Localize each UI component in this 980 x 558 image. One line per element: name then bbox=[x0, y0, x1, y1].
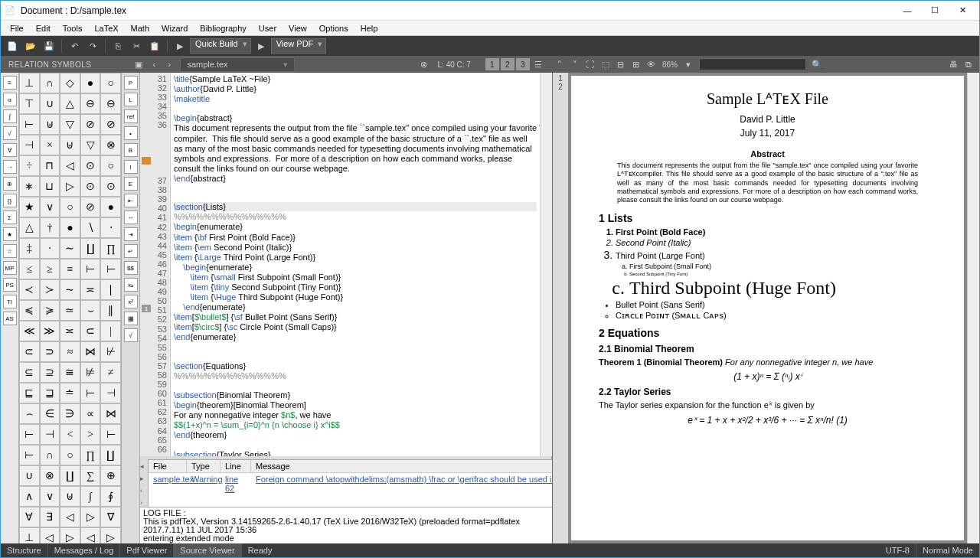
open-button[interactable]: 📂 bbox=[22, 38, 39, 54]
symbol-47[interactable]: ≡ bbox=[60, 259, 80, 279]
menu-file[interactable]: File bbox=[4, 22, 30, 34]
symbol-4[interactable]: ○ bbox=[100, 73, 121, 93]
run-build-button[interactable]: ▶ bbox=[172, 38, 188, 54]
fit-width-icon[interactable]: ⬚ bbox=[598, 57, 613, 71]
cat-btn-7[interactable]: ⊕ bbox=[3, 177, 17, 191]
symbol-91[interactable]: ∩ bbox=[40, 445, 60, 465]
symbol-54[interactable]: ∣ bbox=[100, 279, 121, 300]
cat-btn-1[interactable]: ≡ bbox=[3, 76, 17, 90]
eye-icon[interactable]: 👁 bbox=[644, 57, 659, 71]
symbol-15[interactable]: ⊣ bbox=[19, 135, 40, 155]
quick-frac[interactable]: ▦ bbox=[124, 312, 138, 325]
symbol-112[interactable]: ▷ bbox=[60, 527, 80, 543]
search-icon[interactable]: 🔍 bbox=[809, 57, 825, 71]
zoom-dropdown-icon[interactable]: ▾ bbox=[681, 57, 696, 71]
menu-edit[interactable]: Edit bbox=[30, 22, 57, 34]
quick-sqrt[interactable]: √ bbox=[124, 328, 138, 342]
zoom-in-icon[interactable]: ⊞ bbox=[629, 57, 644, 71]
page-1-button[interactable]: 1 bbox=[485, 58, 499, 70]
symbol-103[interactable]: ∫ bbox=[80, 486, 101, 507]
symbol-67[interactable]: ≈ bbox=[60, 341, 80, 362]
cat-btn-15[interactable]: AS bbox=[3, 312, 17, 325]
toc-icon[interactable]: ☰ bbox=[531, 57, 546, 71]
pdf-down-icon[interactable]: ˅ bbox=[567, 57, 583, 71]
symbol-113[interactable]: ◁ bbox=[80, 527, 101, 543]
msg-next-icon[interactable]: › bbox=[140, 499, 148, 507]
symbol-44[interactable]: ∏ bbox=[100, 238, 121, 259]
symbol-56[interactable]: ≽ bbox=[40, 300, 60, 321]
quick-item[interactable]: • bbox=[124, 126, 138, 140]
symbol-27[interactable]: ▷ bbox=[60, 176, 80, 197]
symbol-81[interactable]: ∈ bbox=[40, 403, 60, 424]
col-file[interactable]: File bbox=[149, 460, 187, 472]
msg-collapse-icon[interactable]: ▸ bbox=[140, 475, 148, 482]
symbol-109[interactable]: ∇ bbox=[100, 507, 121, 527]
new-button[interactable]: 📄 bbox=[4, 38, 21, 54]
symbol-102[interactable]: ⊎ bbox=[60, 486, 80, 507]
status-messages[interactable]: Messages / Log bbox=[48, 543, 121, 557]
print-icon[interactable]: 🖶 bbox=[946, 57, 961, 71]
symbol-17[interactable]: ⊎ bbox=[60, 135, 80, 155]
symbol-11[interactable]: ⊎ bbox=[40, 114, 60, 135]
quick-label[interactable]: L bbox=[124, 93, 138, 106]
view-combo[interactable]: View PDF bbox=[271, 38, 327, 54]
symbol-8[interactable]: ⊖ bbox=[80, 93, 101, 114]
editor-scrollbar[interactable] bbox=[540, 73, 552, 456]
symbol-73[interactable]: ⊭ bbox=[80, 362, 101, 383]
msg-prev-icon[interactable]: ‹ bbox=[140, 487, 148, 494]
menu-options[interactable]: Options bbox=[313, 22, 354, 34]
symbol-18[interactable]: ▽ bbox=[80, 135, 101, 155]
symbol-9[interactable]: ⊖ bbox=[100, 93, 121, 114]
symbol-3[interactable]: ● bbox=[80, 73, 101, 93]
symbol-20[interactable]: ÷ bbox=[19, 155, 40, 176]
menu-tools[interactable]: Tools bbox=[57, 22, 89, 34]
pdf-scrollbar[interactable] bbox=[967, 73, 979, 543]
symbol-39[interactable]: ⋅ bbox=[100, 217, 121, 238]
symbol-61[interactable]: ≫ bbox=[40, 321, 60, 341]
status-pdfviewer[interactable]: Pdf Viewer bbox=[120, 543, 174, 557]
symbol-107[interactable]: ◁ bbox=[60, 507, 80, 527]
symbol-35[interactable]: △ bbox=[19, 217, 40, 238]
symbol-57[interactable]: ≃ bbox=[60, 300, 80, 321]
symbol-62[interactable]: ≍ bbox=[60, 321, 80, 341]
symbol-24[interactable]: ○ bbox=[100, 155, 121, 176]
menu-latex[interactable]: LaTeX bbox=[88, 22, 124, 34]
msg-expand-icon[interactable]: ◂ bbox=[140, 462, 148, 470]
symbol-34[interactable]: ● bbox=[100, 197, 121, 217]
col-line[interactable]: Line bbox=[220, 460, 251, 472]
symbol-96[interactable]: ⊗ bbox=[40, 465, 60, 486]
symbol-21[interactable]: ⊓ bbox=[40, 155, 60, 176]
symbol-114[interactable]: ▷ bbox=[100, 527, 121, 543]
symbol-45[interactable]: ≤ bbox=[19, 259, 40, 279]
quick-sup[interactable]: x² bbox=[124, 295, 138, 308]
symbol-101[interactable]: ∨ bbox=[40, 486, 60, 507]
symbol-85[interactable]: ⊢ bbox=[19, 424, 40, 445]
undo-button[interactable]: ↶ bbox=[66, 38, 83, 54]
symbol-38[interactable]: ∖ bbox=[80, 217, 101, 238]
quick-ref[interactable]: ref bbox=[124, 109, 138, 123]
menu-math[interactable]: Math bbox=[125, 22, 155, 34]
menu-wizard[interactable]: Wizard bbox=[155, 22, 194, 34]
bookmark-icon[interactable] bbox=[142, 157, 151, 165]
symbol-98[interactable]: ∑ bbox=[80, 465, 101, 486]
symbol-63[interactable]: ⊂ bbox=[80, 321, 101, 341]
quick-sub[interactable]: x₂ bbox=[124, 278, 138, 292]
copy-button[interactable]: ⎘ bbox=[109, 38, 126, 54]
symbol-46[interactable]: ≥ bbox=[40, 259, 60, 279]
menu-help[interactable]: Help bbox=[354, 22, 384, 34]
symbol-22[interactable]: ◁ bbox=[60, 155, 80, 176]
symbol-40[interactable]: ‡ bbox=[19, 238, 40, 259]
symbol-29[interactable]: ⊙ bbox=[100, 176, 121, 197]
cat-btn-8[interactable]: {} bbox=[3, 194, 17, 207]
symbol-36[interactable]: † bbox=[40, 217, 60, 238]
symbol-30[interactable]: ★ bbox=[19, 197, 40, 217]
symbol-68[interactable]: ⋈ bbox=[80, 341, 101, 362]
symbol-105[interactable]: ∀ bbox=[19, 507, 40, 527]
symbol-108[interactable]: ▷ bbox=[80, 507, 101, 527]
symbol-50[interactable]: ≺ bbox=[19, 279, 40, 300]
cat-btn-14[interactable]: TI bbox=[3, 295, 17, 308]
cat-btn-6[interactable]: → bbox=[3, 160, 17, 174]
symbol-31[interactable]: ∨ bbox=[40, 197, 60, 217]
symbol-1[interactable]: ∩ bbox=[40, 73, 60, 93]
status-encoding[interactable]: UTF-8 bbox=[880, 543, 916, 557]
